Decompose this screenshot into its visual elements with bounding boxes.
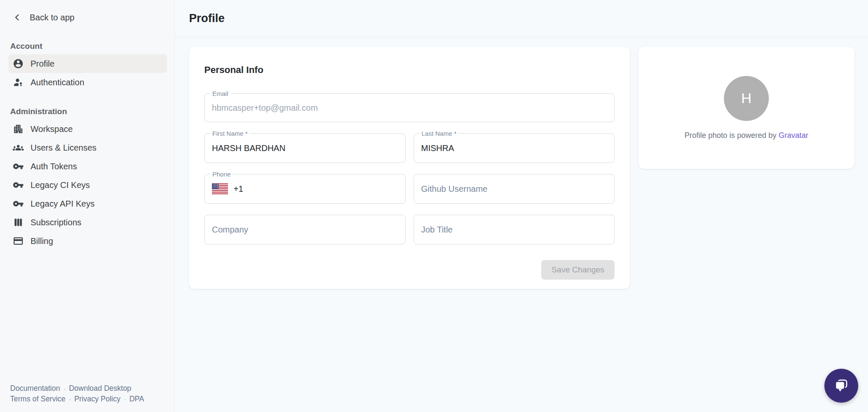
save-row: Save Changes [204, 260, 615, 280]
personal-info-title: Personal Info [204, 64, 615, 76]
footer-separator: · [60, 385, 69, 392]
sidebar-item-label: Users & Licenses [31, 143, 97, 153]
back-to-app-label: Back to app [30, 13, 75, 22]
gravatar-link[interactable]: Gravatar [779, 131, 808, 140]
gravatar-card: H Profile photo is powered by Gravatar [638, 47, 854, 169]
building-icon [13, 123, 24, 135]
sidebar-item-profile[interactable]: Profile [8, 54, 167, 73]
bars-icon [13, 217, 24, 228]
sidebar-item-label: Billing [31, 236, 53, 246]
last-name-input[interactable] [421, 143, 607, 153]
job-title-input[interactable] [421, 225, 607, 235]
chat-bubbles-icon [832, 377, 850, 395]
sidebar-item-users-licenses[interactable]: Users & Licenses [8, 138, 167, 157]
credit-card-icon [13, 235, 24, 247]
us-flag-icon[interactable] [212, 183, 228, 194]
sidebar-item-workspace[interactable]: Workspace [8, 120, 167, 138]
avatar-letter: H [741, 90, 752, 107]
first-name-input[interactable] [212, 143, 398, 153]
account-circle-icon [13, 58, 24, 69]
phone-field[interactable]: Phone [204, 174, 406, 204]
email-field-label: Email [210, 90, 231, 97]
sidebar-item-subscriptions[interactable]: Subscriptions [8, 213, 167, 232]
first-name-field-label: First Name * [210, 130, 250, 137]
save-changes-button[interactable]: Save Changes [541, 260, 615, 280]
footer-row-2: Terms of Service·Privacy Policy·DPA [10, 394, 144, 404]
footer-row-1: Documentation·Download Desktop [10, 383, 144, 394]
sidebar-item-label: Workspace [31, 124, 73, 134]
phone-github-row: Phone [204, 174, 615, 204]
last-name-field-label: Last Name * [420, 130, 459, 137]
sidebar-item-label: Subscriptions [31, 218, 81, 227]
sidebar-footer: Documentation·Download Desktop Terms of … [10, 383, 144, 404]
chevron-left-icon [12, 12, 23, 23]
main-area: Profile Personal Info Email First Name *… [175, 0, 868, 412]
dpa-link[interactable]: DPA [129, 395, 144, 403]
job-title-field[interactable] [414, 215, 615, 244]
personal-info-card: Personal Info Email First Name * Last Na… [189, 47, 630, 289]
footer-separator: · [65, 395, 74, 403]
sidebar-item-legacy-ci-keys[interactable]: Legacy CI Keys [8, 176, 167, 194]
documentation-link[interactable]: Documentation [10, 384, 60, 392]
person-key-icon [13, 77, 24, 88]
download-desktop-link[interactable]: Download Desktop [69, 384, 131, 392]
sidebar-item-label: Legacy API Keys [31, 199, 95, 209]
sidebar-item-legacy-api-keys[interactable]: Legacy API Keys [8, 194, 167, 213]
first-name-field[interactable]: First Name * [204, 133, 406, 163]
privacy-policy-link[interactable]: Privacy Policy [74, 395, 120, 403]
github-username-field[interactable] [414, 174, 615, 204]
company-input[interactable] [212, 225, 398, 235]
github-username-input[interactable] [421, 184, 607, 194]
section-label-administration: Administration [10, 107, 174, 116]
gravatar-caption: Profile photo is powered by Gravatar [684, 131, 808, 140]
sidebar-item-billing[interactable]: Billing [8, 232, 167, 250]
sidebar-item-authentication[interactable]: Authentication [8, 73, 167, 92]
page-title: Profile [189, 12, 225, 25]
company-field[interactable] [204, 215, 406, 244]
section-label-account: Account [10, 42, 174, 51]
last-name-field[interactable]: Last Name * [414, 133, 615, 163]
sidebar-item-label: Legacy CI Keys [31, 180, 90, 190]
phone-dial-code[interactable]: +1 [234, 184, 243, 194]
page-header: Profile [175, 0, 868, 37]
email-field[interactable]: Email [204, 93, 615, 122]
key-icon [13, 198, 24, 209]
sidebar-item-label: Auth Tokens [31, 162, 77, 171]
phone-field-label: Phone [210, 171, 233, 178]
gravatar-caption-text: Profile photo is powered by [684, 131, 779, 140]
footer-separator: · [120, 395, 129, 403]
back-to-app-button[interactable]: Back to app [12, 11, 174, 24]
terms-of-service-link[interactable]: Terms of Service [10, 395, 65, 403]
avatar: H [724, 76, 769, 121]
sidebar-item-label: Profile [31, 59, 55, 69]
sidebar-item-auth-tokens[interactable]: Auth Tokens [8, 157, 167, 176]
email-input[interactable] [212, 103, 607, 113]
settings-sidebar: Back to app Account Profile Authenticati… [0, 0, 175, 412]
key-icon [13, 161, 24, 172]
sidebar-item-label: Authentication [31, 78, 84, 87]
content-row: Personal Info Email First Name * Last Na… [175, 37, 868, 289]
company-job-row [204, 215, 615, 244]
chat-widget-button[interactable] [824, 369, 858, 403]
name-row: First Name * Last Name * [204, 133, 615, 163]
key-icon [13, 179, 24, 191]
people-group-icon [13, 142, 24, 153]
